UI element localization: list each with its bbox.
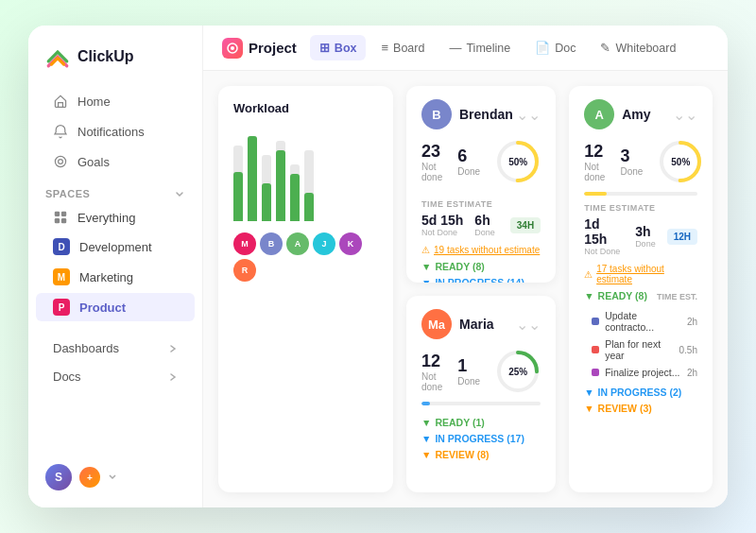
w-avatar-5: K [339, 232, 362, 255]
doc-icon: 📄 [535, 41, 550, 55]
bar-3 [262, 155, 271, 221]
amy-not-done-num: 12 [584, 142, 605, 162]
sidebar-item-everything[interactable]: Everything [36, 204, 195, 231]
amy-time-d-sub: Done [635, 239, 656, 249]
brendan-time-nd-sub: Not Done [421, 228, 463, 237]
sidebar-item-home[interactable]: Home [36, 87, 195, 115]
home-label: Home [77, 95, 111, 109]
amy-review[interactable]: ▼ REVIEW (3) [584, 403, 697, 414]
amy-warning: ⚠ 17 tasks without estimate [584, 264, 697, 284]
amy-time-est: TIME ESTIMATE 1d 15h Not Done 3h Done 12… [584, 203, 697, 256]
logo[interactable]: ClickUp [28, 44, 202, 86]
brendan-circle: 50% [495, 139, 541, 184]
sidebar-item-goals[interactable]: Goals [36, 147, 195, 176]
sidebar-item-development[interactable]: D Development [36, 232, 195, 261]
sidebar-item-docs[interactable]: Docs [36, 363, 195, 390]
sidebar: ClickUp Home Notifications Goals Space [28, 26, 203, 507]
brendan-card: B Brendan ⌄⌄ 23 Not done 6 Done [406, 86, 556, 283]
brendan-time-nd-val: 5d 15h [421, 213, 463, 228]
svg-rect-4 [55, 218, 60, 223]
brendan-ready-label: READY (8) [435, 261, 484, 272]
tab-timeline-label: Timeline [466, 42, 510, 55]
goals-label: Goals [77, 155, 110, 169]
maria-done-label: Done [457, 376, 480, 387]
brendan-expand-icon[interactable]: ⌄⌄ [516, 106, 541, 124]
amy-circle: 50% [658, 139, 703, 184]
logo-text: ClickUp [77, 48, 134, 65]
brendan-time-label: TIME ESTIMATE [421, 199, 541, 209]
maria-expand-icon[interactable]: ⌄⌄ [516, 316, 541, 334]
amy-ready-label: READY (8) [598, 290, 647, 301]
tab-board-label: Board [393, 42, 424, 55]
task-dot-1 [592, 318, 599, 325]
bar-fill-2 [248, 136, 257, 221]
logo-icon [45, 44, 70, 69]
brendan-pct: 50% [508, 157, 527, 167]
sidebar-item-notifications[interactable]: Notifications [36, 117, 195, 146]
task-row-1: Update contracto... 2h [592, 307, 697, 335]
maria-stats: 12 Not done 1 Done [421, 349, 541, 394]
amy-expand-icon[interactable]: ⌄⌄ [673, 106, 697, 124]
maria-inprogress-arrow: ▼ [421, 433, 431, 444]
tab-board[interactable]: ≡ Board [371, 35, 434, 60]
sidebar-item-marketing[interactable]: M Marketing [36, 263, 195, 291]
project-title-text: Project [249, 40, 297, 56]
amy-time-d: 3h Done [635, 224, 656, 249]
tab-timeline[interactable]: — Timeline [439, 35, 520, 60]
brendan-ready[interactable]: ▼ READY (8) [421, 261, 541, 272]
product-label: Product [79, 301, 126, 315]
amy-warning-text[interactable]: 17 tasks without estimate [596, 264, 697, 284]
warning-icon: ⚠ [421, 245, 430, 255]
amy-info: A Amy [584, 99, 650, 129]
brendan-done-label: Done [457, 166, 480, 177]
app-container: ClickUp Home Notifications Goals Space [28, 26, 728, 507]
task-name-2: Plan for next year [605, 338, 679, 361]
maria-in-progress[interactable]: ▼ IN PROGRESS (17) [421, 433, 541, 444]
tab-whiteboard-label: Whiteboard [615, 42, 676, 55]
maria-ready[interactable]: ▼ READY (1) [421, 417, 541, 428]
amy-not-done: 12 Not done [584, 142, 605, 182]
maria-not-done: 12 Not done [421, 352, 442, 392]
bar-fill-1 [233, 172, 243, 221]
amy-inprogress-label: IN PROGRESS (2) [598, 387, 682, 398]
amy-time-row: 1d 15h Not Done 3h Done 12H [584, 216, 697, 256]
amy-pct: 50% [671, 157, 690, 167]
amy-review-label: REVIEW (3) [598, 403, 652, 414]
user-row[interactable]: S + [28, 456, 202, 498]
bar-bg-4 [276, 141, 285, 221]
brendan-time-est: TIME ESTIMATE 5d 15h Not Done 6h Done 34… [421, 199, 541, 237]
brendan-warning-text[interactable]: 19 tasks without estimate [434, 245, 540, 255]
w-avatar-3: A [286, 232, 309, 255]
amy-in-progress[interactable]: ▼ IN PROGRESS (2) [584, 387, 697, 398]
sidebar-item-product[interactable]: P Product [36, 293, 195, 321]
amy-stats: 12 Not done 3 Done 50% [584, 139, 697, 184]
brendan-time-nd: 5d 15h Not Done [421, 213, 463, 237]
tab-whiteboard[interactable]: ✎ Whiteboard [591, 35, 685, 60]
svg-rect-3 [61, 212, 66, 216]
target-icon [53, 154, 68, 169]
bar-fill-3 [262, 183, 271, 221]
brendan-time-badge: 34H [510, 217, 541, 233]
amy-ready[interactable]: ▼ READY (8) [584, 290, 647, 301]
maria-circle: 25% [495, 349, 541, 394]
brendan-in-progress[interactable]: ▼ IN PROGRESS (14) [421, 277, 541, 283]
maria-header: Ma Maria ⌄⌄ [421, 309, 541, 339]
maria-review[interactable]: ▼ REVIEW (8) [421, 449, 541, 460]
maria-progress: 25% [495, 349, 541, 394]
task-time-2: 0.5h [679, 345, 697, 355]
tab-doc[interactable]: 📄 Doc [525, 35, 585, 60]
brendan-avatar: B [421, 99, 452, 129]
task-dot-3 [592, 369, 599, 376]
development-dot: D [53, 238, 70, 255]
maria-done: 1 Done [457, 356, 480, 387]
tab-box[interactable]: ⊞ Box [310, 35, 367, 60]
sidebar-item-dashboards[interactable]: Dashboards [36, 335, 195, 362]
amy-avatar: A [584, 99, 614, 129]
user-avatar-secondary: + [79, 467, 100, 488]
notifications-label: Notifications [77, 125, 145, 139]
grid-icon [53, 210, 68, 225]
person-cards-col-left: B Brendan ⌄⌄ 23 Not done 6 Done [406, 86, 556, 492]
amy-done: 3 Done [620, 146, 643, 177]
marketing-label: Marketing [79, 270, 133, 284]
bar-bg-5 [290, 164, 300, 221]
